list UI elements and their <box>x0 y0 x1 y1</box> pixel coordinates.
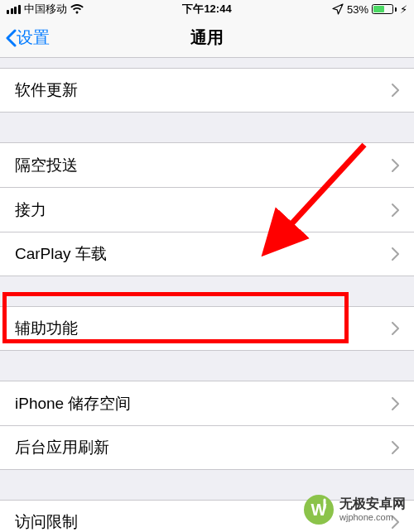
cell-software-update[interactable]: 软件更新 <box>0 68 414 113</box>
cell-label: iPhone 储存空间 <box>15 393 131 415</box>
cell-label: 后台应用刷新 <box>15 437 109 458</box>
chevron-right-icon <box>391 84 399 97</box>
carrier-label: 中国移动 <box>24 2 67 17</box>
cell-label: 隔空投送 <box>15 155 78 176</box>
cell-carplay[interactable]: CarPlay 车载 <box>0 232 414 276</box>
chevron-left-icon <box>5 29 17 47</box>
cell-label: 访问限制 <box>15 511 78 532</box>
status-right: 53% ⚡︎ <box>332 3 407 16</box>
cell-label: CarPlay 车载 <box>15 243 107 265</box>
charging-icon: ⚡︎ <box>400 3 407 16</box>
wifi-icon <box>70 4 84 14</box>
chevron-right-icon <box>391 397 399 410</box>
cell-airdrop[interactable]: 隔空投送 <box>0 142 414 187</box>
back-button[interactable]: 设置 <box>0 26 50 49</box>
status-bar: 中国移动 下午12:44 53% ⚡︎ <box>0 0 414 18</box>
battery-percent: 53% <box>347 3 368 16</box>
cell-handoff[interactable]: 接力 <box>0 187 414 232</box>
watermark: W 无极安卓网 wjphone.com <box>303 494 406 525</box>
settings-group: 辅助功能 <box>0 306 414 351</box>
cell-label: 接力 <box>15 199 46 221</box>
location-icon <box>332 3 344 15</box>
battery-icon <box>372 4 397 14</box>
back-label: 设置 <box>17 26 50 49</box>
watermark-title: 无极安卓网 <box>339 496 406 511</box>
settings-group: 隔空投送 接力 CarPlay 车载 <box>0 142 414 276</box>
cell-accessibility[interactable]: 辅助功能 <box>0 306 414 351</box>
chevron-right-icon <box>391 247 399 261</box>
cell-label: 软件更新 <box>15 79 78 101</box>
cell-iphone-storage[interactable]: iPhone 储存空间 <box>0 381 414 425</box>
page-title: 通用 <box>0 26 414 49</box>
chevron-right-icon <box>391 204 399 217</box>
cell-background-refresh[interactable]: 后台应用刷新 <box>0 425 414 470</box>
nav-bar: 设置 通用 <box>0 18 414 58</box>
watermark-url: wjphone.com <box>339 512 406 523</box>
chevron-right-icon <box>391 322 399 335</box>
chevron-right-icon <box>391 441 399 454</box>
chevron-right-icon <box>391 159 399 172</box>
settings-group: 软件更新 <box>0 68 414 113</box>
watermark-logo-icon: W <box>303 494 335 525</box>
status-left: 中国移动 <box>7 2 84 17</box>
cellular-signal-icon <box>7 5 21 14</box>
settings-group: iPhone 储存空间 后台应用刷新 <box>0 381 414 470</box>
cell-label: 辅助功能 <box>15 318 78 339</box>
